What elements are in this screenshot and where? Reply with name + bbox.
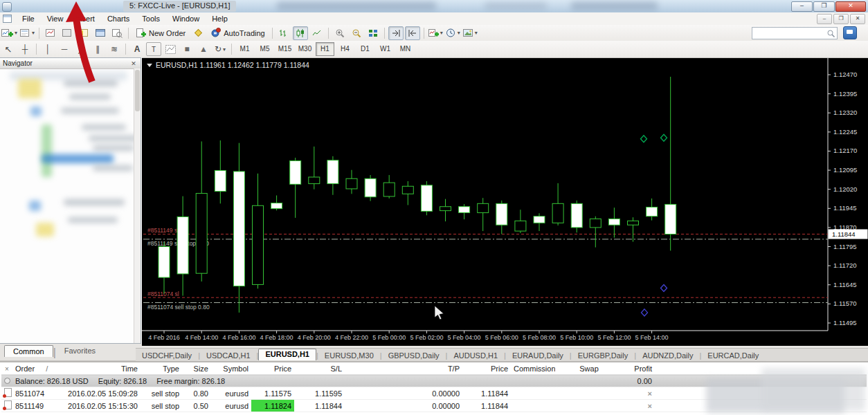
chart-tab-eurusd-m30[interactable]: EURUSD,M30 [318,351,380,360]
candlestick-chart-button[interactable] [293,26,308,40]
chart-tab-usdcad-h1[interactable]: USDCAD,H1 [200,351,257,360]
bar-chart-button[interactable] [276,26,291,40]
column-header-s-l[interactable]: S/L [294,362,345,375]
data-window-button[interactable] [60,26,75,40]
close-button[interactable]: ✕ [835,1,866,12]
chart-tab-euraud-daily[interactable]: EURAUD,Daily [506,351,570,360]
close-icon[interactable]: ✕ [129,60,138,67]
timeframe-h4[interactable]: H4 [336,42,354,56]
column-header-price[interactable]: Price [251,362,294,375]
column-header-time[interactable]: Time [48,362,141,375]
rectangle-tool[interactable]: ■ [179,42,195,56]
close-order-button[interactable]: × [648,389,652,398]
chart-tab-eurcad-daily[interactable]: EURCAD,Daily [701,351,765,360]
order-row[interactable]: 85110742016.02.05 15:09:28sell stop0.80e… [1,387,867,400]
search-icon[interactable] [826,29,835,38]
menu-window[interactable]: Window [166,13,206,24]
column-header-commission[interactable]: Commission [511,362,555,375]
diamond-marker[interactable] [642,309,648,316]
order-line[interactable]: #8511074 sl [143,290,828,297]
chart-tab-audusd-h1[interactable]: AUDUSD,H1 [447,351,504,360]
navigator-scrollbar[interactable] [134,68,141,343]
community-icon[interactable] [843,26,857,39]
menu-file[interactable]: File [16,13,41,24]
symbol-dropdown-icon[interactable] [147,64,152,67]
arrows-tool[interactable]: ↻▾ [213,42,228,56]
menu-tools[interactable]: Tools [136,13,166,24]
chart-tab-gbpusd-daily[interactable]: GBPUSD,Daily [382,351,446,360]
auto-scroll-button[interactable] [388,26,404,40]
column-header-type[interactable]: Type [141,362,182,375]
mdi-close-button[interactable]: ✕ [850,14,865,24]
chart-tab-eurusd-h1[interactable]: EURUSD,H1 [258,349,316,360]
zoom-in-button[interactable] [332,26,347,40]
column-header-order[interactable]: Order/ [12,362,48,375]
periods-button[interactable]: ▾ [445,26,461,40]
order-line[interactable]: #8511074 sell stop 0.80 [143,303,828,311]
chart-canvas[interactable]: EURUSD,H1 1.11961 1.12462 1.11779 1.1184… [142,58,868,346]
menu-insert[interactable]: Insert [69,13,101,24]
timeframe-h1[interactable]: H1 [316,42,334,56]
timeframe-m1[interactable]: M1 [235,42,254,56]
order-line[interactable]: #8511149 sell stop 0.50 [143,239,828,247]
cursor-tool[interactable]: ↖ [1,42,16,56]
diamond-marker[interactable] [641,136,647,142]
zoom-out-button[interactable] [349,26,364,40]
chart-tab-usdchf-daily[interactable]: USDCHF,Daily [136,351,198,360]
scrollbar-thumb[interactable] [135,70,140,111]
line-chart-button[interactable] [309,26,325,40]
timeframe-mn[interactable]: MN [396,42,415,56]
column-header-size[interactable]: Size [182,362,211,375]
minimize-button[interactable]: – [791,1,813,12]
column-header-symbol[interactable]: Symbol [211,362,251,375]
order-row[interactable]: 85111492016.02.05 15:15:30sell stop0.50e… [1,400,867,412]
restore-button[interactable]: ❐ [813,1,835,12]
navigator-tab-common[interactable]: Common [4,345,53,357]
menu-help[interactable]: Help [206,13,234,24]
close-terminal-button[interactable]: × [1,362,12,375]
column-header-t-p[interactable]: T/P [345,362,462,375]
channel-tool[interactable]: ∥ [90,42,105,56]
strategy-tester-button[interactable] [109,26,125,40]
timeframe-m30[interactable]: M30 [296,42,314,56]
drawing-preview-icon[interactable] [163,42,178,56]
text-label-tool[interactable]: T [146,42,161,56]
column-header-profit[interactable]: Profit [623,362,655,375]
column-header-price[interactable]: Price [462,362,511,375]
column-header-swap[interactable]: Swap [555,362,623,375]
chart-shift-button[interactable] [405,26,420,40]
tile-windows-button[interactable] [365,26,381,40]
triangle-tool[interactable]: ▲ [196,42,211,56]
new-chart-button[interactable]: ▾ [1,26,18,40]
mdi-restore-button[interactable]: ❐ [833,14,849,24]
menu-charts[interactable]: Charts [101,13,136,24]
navigator-tab-favorites[interactable]: Favorites [56,345,104,356]
terminal-panel-button[interactable] [93,26,108,40]
chart-tab-audnzd-daily[interactable]: AUDNZD,Daily [636,351,699,360]
diamond-marker[interactable] [661,285,667,292]
timeframe-m15[interactable]: M15 [275,42,294,56]
timeframe-d1[interactable]: D1 [356,42,374,56]
timeframe-w1[interactable]: W1 [376,42,395,56]
new-order-button[interactable]: New Order [132,28,190,39]
profiles-button[interactable]: ▾ [19,26,35,40]
crosshair-tool[interactable]: ┼ [17,42,33,56]
trendline-tool[interactable]: ╱ [73,42,89,56]
horizontal-line-tool[interactable]: ─ [57,42,72,56]
close-order-button[interactable]: × [648,402,652,410]
indicators-button[interactable]: ▾ [428,26,444,40]
templates-button[interactable]: ▾ [462,26,478,40]
text-tool[interactable]: A [129,42,145,56]
mdi-minimize-button[interactable]: – [817,14,832,24]
diamond-marker[interactable] [661,134,667,141]
vertical-line-tool[interactable]: │ [40,42,55,56]
autotrading-button[interactable]: AutoTrading [206,27,269,39]
navigator-button[interactable] [76,26,91,40]
timeframe-m5[interactable]: M5 [255,42,274,56]
market-watch-button[interactable] [43,26,58,40]
search-input[interactable] [752,28,826,38]
fibonacci-tool[interactable]: ≋ [107,42,122,56]
alerts-icon[interactable] [190,26,206,40]
order-line[interactable]: #8511149 sl [143,227,828,234]
chart-tab-eurgbp-daily[interactable]: EURGBP,Daily [572,351,635,360]
